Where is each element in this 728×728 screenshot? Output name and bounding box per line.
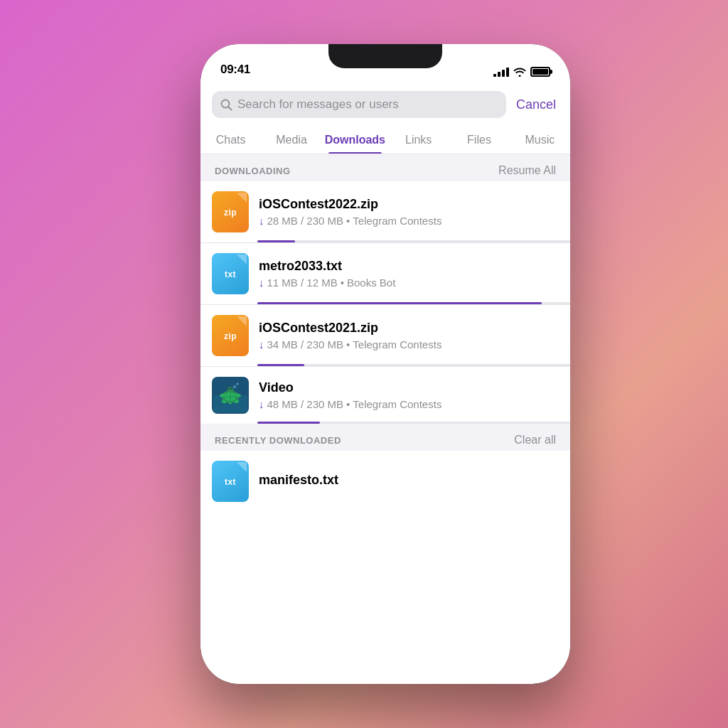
file-icon-txt-recent: txt	[212, 461, 249, 502]
status-time: 09:41	[220, 63, 250, 77]
file-size-2: 11 MB / 12 MB	[267, 277, 338, 289]
clear-all-button[interactable]: Clear all	[514, 434, 556, 446]
file-size-1: 28 MB / 230 MB	[267, 215, 344, 227]
file-info-1: iOSContest2022.zip ↓ 28 MB / 230 MB • Te…	[259, 197, 559, 227]
svg-point-9	[229, 388, 230, 390]
status-icons	[493, 67, 550, 77]
wifi-icon	[513, 67, 526, 77]
turtle-svg	[213, 378, 247, 412]
recently-downloaded-section-header: RECENTLY DOWNLOADED Clear all	[200, 424, 570, 451]
file-size-4: 48 MB / 230 MB	[267, 398, 344, 410]
search-bar-row: Search for messages or users Cancel	[200, 82, 570, 127]
phone-screen: 09:41	[200, 44, 570, 684]
file-name-1: iOSContest2022.zip	[259, 197, 559, 212]
recent-item-1[interactable]: txt manifesto.txt	[200, 451, 570, 512]
file-source-2: Books Bot	[347, 277, 395, 289]
download-item-3[interactable]: zip iOSContest2021.zip ↓ 34 MB / 230 MB …	[200, 304, 570, 366]
search-input-wrap[interactable]: Search for messages or users	[212, 91, 506, 118]
file-info-4: Video ↓ 48 MB / 230 MB • Telegram Contes…	[259, 380, 559, 410]
tab-chats[interactable]: Chats	[200, 127, 261, 154]
file-source-4: Telegram Contests	[353, 398, 441, 410]
phone-frame: 09:41	[200, 44, 570, 684]
download-arrow-2: ↓	[259, 277, 264, 289]
file-size-3: 34 MB / 230 MB	[267, 338, 344, 350]
file-name-2: metro2033.txt	[259, 259, 559, 274]
tab-music[interactable]: Music	[510, 127, 570, 154]
file-source-3: Telegram Contests	[353, 338, 441, 350]
downloading-label: DOWNLOADING	[215, 166, 291, 176]
svg-line-1	[229, 107, 232, 109]
downloading-list: zip iOSContest2022.zip ↓ 28 MB / 230 MB …	[200, 181, 570, 424]
file-info-3: iOSContest2021.zip ↓ 34 MB / 230 MB • Te…	[259, 321, 559, 350]
content-area: Search for messages or users Cancel Chat…	[200, 82, 570, 684]
file-icon-txt-2: txt	[212, 253, 249, 294]
notch	[328, 44, 442, 68]
file-name-4: Video	[259, 380, 559, 395]
download-arrow-1: ↓	[259, 215, 264, 227]
file-icon-zip-1: zip	[212, 191, 249, 232]
file-icon-zip-3: zip	[212, 315, 249, 356]
recently-downloaded-list: txt manifesto.txt	[200, 451, 570, 512]
svg-point-0	[222, 100, 230, 107]
download-item-4[interactable]: Video ↓ 48 MB / 230 MB • Telegram Contes…	[200, 366, 570, 424]
download-item-2[interactable]: txt metro2033.txt ↓ 11 MB / 12 MB • Book…	[200, 242, 570, 304]
resume-all-button[interactable]: Resume All	[498, 164, 556, 177]
tab-media[interactable]: Media	[261, 127, 321, 154]
file-info-2: metro2033.txt ↓ 11 MB / 12 MB • Books Bo…	[259, 259, 559, 289]
signal-icon	[493, 68, 509, 77]
file-name-recent-1: manifesto.txt	[259, 473, 559, 488]
download-item-1[interactable]: zip iOSContest2022.zip ↓ 28 MB / 230 MB …	[200, 181, 570, 242]
tab-downloads[interactable]: Downloads	[322, 127, 388, 154]
downloading-section-header: DOWNLOADING Resume All	[200, 154, 570, 181]
file-source-1: Telegram Contests	[353, 215, 441, 227]
file-meta-4: ↓ 48 MB / 230 MB • Telegram Contests	[259, 398, 559, 410]
svg-point-8	[228, 387, 233, 392]
file-meta-1: ↓ 28 MB / 230 MB • Telegram Contests	[259, 215, 559, 227]
cancel-button[interactable]: Cancel	[513, 97, 559, 112]
file-meta-2: ↓ 11 MB / 12 MB • Books Bot	[259, 277, 559, 289]
svg-point-15	[229, 402, 232, 405]
video-thumbnail-4	[212, 377, 249, 414]
battery-icon	[530, 67, 550, 77]
download-arrow-4: ↓	[259, 398, 264, 410]
search-placeholder: Search for messages or users	[237, 97, 399, 112]
tab-links[interactable]: Links	[388, 127, 449, 154]
file-meta-3: ↓ 34 MB / 230 MB • Telegram Contests	[259, 338, 559, 350]
file-name-3: iOSContest2021.zip	[259, 321, 559, 336]
search-icon	[220, 99, 232, 111]
recently-downloaded-label: RECENTLY DOWNLOADED	[215, 435, 341, 446]
svg-point-10	[231, 388, 232, 390]
tabs-row: Chats Media Downloads Links Files Music	[200, 127, 570, 154]
download-arrow-3: ↓	[259, 338, 264, 350]
file-info-recent-1: manifesto.txt	[259, 473, 559, 491]
tab-files[interactable]: Files	[449, 127, 509, 154]
